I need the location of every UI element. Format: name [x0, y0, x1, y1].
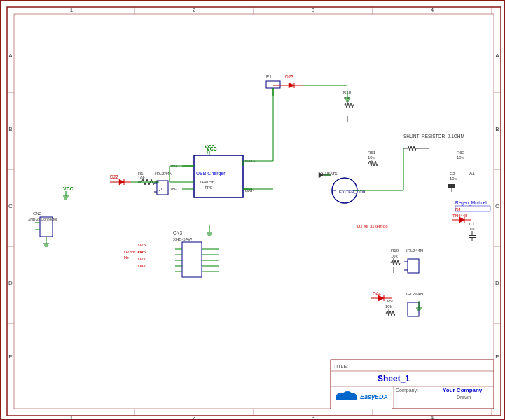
svg-text:B: B [495, 126, 499, 132]
svg-text:1: 1 [70, 7, 74, 13]
svg-text:D4k: D4k [138, 264, 146, 268]
svg-text:D2 for 31k: D2 for 31k [124, 250, 144, 254]
svg-text:A: A [8, 52, 13, 59]
svg-text:D44: D44 [373, 291, 381, 296]
svg-text:2: 2 [193, 7, 196, 13]
svg-text:Company:: Company: [396, 388, 418, 393]
svg-text:CN2: CN2 [33, 211, 42, 216]
svg-text:TP9: TP9 [205, 186, 213, 190]
svg-text:C: C [8, 203, 13, 209]
svg-rect-125 [182, 242, 202, 277]
svg-text:SHUNT_RESISTOR_0.1OHM: SHUNT_RESISTOR_0.1OHM [403, 134, 464, 139]
svg-text:D25: D25 [138, 243, 146, 247]
svg-text:XHB-5AW: XHB-5AW [173, 237, 192, 241]
svg-text:A1: A1 [469, 171, 475, 176]
svg-text:R10: R10 [391, 248, 399, 253]
svg-text:R51: R51 [368, 150, 376, 155]
svg-text:3: 3 [312, 414, 315, 420]
svg-text:C1: C1 [469, 222, 475, 226]
svg-text:4: 4 [431, 7, 434, 13]
svg-text:D: D [495, 280, 499, 286]
schematic-container: 1 2 3 4 1 2 3 4 A B C D E A B C D E VCC … [0, 0, 505, 420]
svg-text:A: A [495, 52, 499, 59]
svg-text:4: 4 [431, 414, 434, 420]
svg-text:E: E [495, 354, 499, 360]
svg-text:3: 3 [312, 7, 315, 13]
svg-text:EasyEDA: EasyEDA [360, 393, 388, 400]
svg-text:IN-: IN- [171, 187, 177, 191]
svg-text:VCC: VCC [63, 186, 74, 191]
svg-text:Q1: Q1 [158, 187, 162, 191]
svg-text:10k: 10k [368, 155, 375, 160]
svg-text:IRLZ44N: IRLZ44N [406, 248, 423, 253]
svg-text:E: E [8, 354, 12, 360]
svg-text:VCC: VCC [205, 144, 215, 149]
svg-text:D27: D27 [138, 257, 146, 261]
svg-marker-113 [459, 217, 464, 223]
svg-text:R63: R63 [457, 150, 465, 155]
svg-marker-81 [289, 83, 294, 88]
svg-text:10k: 10k [457, 155, 464, 160]
svg-rect-77 [266, 81, 280, 88]
svg-text:C: C [495, 203, 499, 209]
svg-text:D: D [8, 280, 13, 286]
svg-rect-148 [408, 259, 419, 273]
svg-rect-1 [14, 14, 494, 409]
svg-text:P1: P1 [266, 74, 272, 79]
svg-text:CN3: CN3 [173, 230, 182, 235]
svg-text:TN4448: TN4448 [452, 214, 468, 218]
svg-text:10k: 10k [385, 304, 393, 309]
svg-text:10k: 10k [391, 254, 399, 258]
svg-text:2: 2 [193, 414, 196, 420]
svg-rect-0 [7, 7, 501, 416]
svg-marker-153 [378, 295, 384, 301]
svg-rect-62 [194, 155, 243, 197]
svg-text:Sheet_1: Sheet_1 [378, 374, 410, 384]
svg-text:Regen_Multicel: Regen_Multicel [455, 200, 487, 206]
svg-text:1U: 1U [469, 227, 475, 231]
svg-text:Drawn: Drawn [457, 395, 471, 400]
svg-text:10k: 10k [450, 176, 457, 181]
svg-text:D2 for 31kHz-d8: D2 for 31kHz-d8 [357, 224, 388, 228]
svg-text:D23: D23 [285, 74, 293, 79]
svg-text:TP4056: TP4056 [200, 180, 215, 184]
svg-text:D22: D22 [110, 174, 118, 179]
svg-text:10k: 10k [138, 176, 146, 180]
svg-text:XHB-2k Connector: XHB-2k Connector [28, 217, 57, 221]
svg-text:B: B [8, 126, 12, 132]
svg-text:USB Charger: USB Charger [196, 171, 226, 176]
svg-text:R9: R9 [387, 299, 393, 303]
svg-rect-201 [336, 396, 357, 400]
svg-text:Your Company: Your Company [443, 387, 483, 393]
svg-text:Hz: Hz [124, 255, 129, 260]
svg-marker-52 [119, 179, 124, 185]
svg-text:IRLZ44N: IRLZ44N [406, 292, 423, 296]
svg-text:1: 1 [70, 414, 74, 420]
svg-text:C2: C2 [450, 172, 455, 176]
schematic-svg: 1 2 3 4 1 2 3 4 A B C D E A B C D E VCC … [1, 1, 505, 420]
svg-text:TITLE:: TITLE: [333, 364, 348, 369]
